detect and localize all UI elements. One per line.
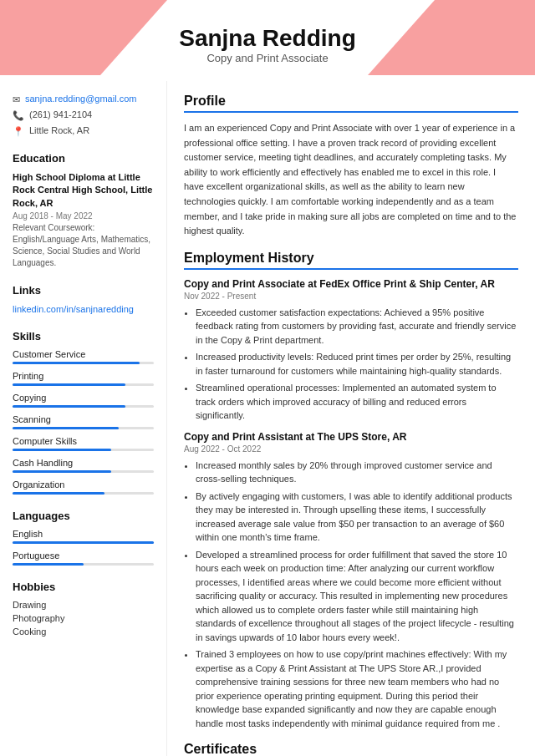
skill-bar-fill: [13, 383, 125, 386]
skill-bar-bg: [13, 427, 154, 429]
job-title: Copy and Print Assistant at The UPS Stor…: [184, 431, 518, 443]
location-icon: 📍: [13, 126, 24, 137]
profile-text: I am an experienced Copy and Print Assoc…: [184, 121, 518, 239]
lang-label: English: [13, 529, 154, 539]
skill-bar-bg: [13, 405, 154, 408]
job-date: Aug 2022 - Oct 2022: [184, 444, 518, 454]
email-item: ✉ sanjna.redding@gmail.com: [13, 94, 154, 105]
main-content: Profile I am an experienced Copy and Pri…: [167, 81, 535, 756]
languages-container: English Portuguese: [13, 529, 154, 566]
hobbies-container: DrawingPhotographyCooking: [13, 600, 154, 637]
skills-section: Skills Customer Service Printing Copying…: [13, 330, 154, 495]
phone-icon: 📞: [13, 110, 24, 121]
education-section: Education High School Diploma at Little …: [13, 152, 154, 269]
contact-section: ✉ sanjna.redding@gmail.com 📞 (261) 941-2…: [13, 94, 154, 137]
header: Sanjna Redding Copy and Print Associate: [0, 0, 535, 81]
skill-item: Customer Service: [13, 349, 154, 364]
bullet: Streamlined operational processes: Imple…: [196, 381, 518, 423]
hobby-item: Photography: [13, 613, 154, 623]
location-text: Little Rock, AR: [29, 125, 89, 135]
linkedin-link[interactable]: linkedin.com/in/sanjnaredding: [13, 304, 134, 314]
links-section: Links linkedin.com/in/sanjnaredding: [13, 284, 154, 315]
skill-label: Customer Service: [13, 349, 154, 359]
candidate-name: Sanjna Redding: [17, 25, 518, 52]
job-title: Copy and Print Associate at FedEx Office…: [184, 278, 518, 290]
coursework-label: Relevant Coursework:: [13, 223, 94, 232]
job-entry: Copy and Print Assistant at The UPS Stor…: [184, 431, 518, 731]
phone-text: (261) 941-2104: [29, 109, 92, 119]
skill-item: Cash Handling: [13, 458, 154, 473]
skill-label: Copying: [13, 393, 154, 403]
hobby-item: Cooking: [13, 627, 154, 637]
hobbies-section: Hobbies DrawingPhotographyCooking: [13, 581, 154, 637]
skill-bar-bg: [13, 383, 154, 386]
skills-container: Customer Service Printing Copying Scanni…: [13, 349, 154, 495]
email-link[interactable]: sanjna.redding@gmail.com: [25, 94, 136, 104]
skill-bar-bg: [13, 470, 154, 473]
skill-item: Computer Skills: [13, 436, 154, 451]
bullet: Increased monthly sales by 20% through i…: [196, 459, 518, 486]
hobby-item: Drawing: [13, 600, 154, 610]
candidate-title: Copy and Print Associate: [17, 52, 518, 64]
hobbies-title: Hobbies: [13, 581, 154, 593]
lang-label: Portuguese: [13, 551, 154, 561]
jobs-container: Copy and Print Associate at FedEx Office…: [184, 278, 518, 731]
skill-bar-bg: [13, 362, 154, 364]
skill-bar-fill: [13, 362, 140, 364]
skills-title: Skills: [13, 330, 154, 342]
job-date: Nov 2022 - Present: [184, 292, 518, 301]
skill-item: Copying: [13, 393, 154, 408]
lang-item: English: [13, 529, 154, 544]
links-title: Links: [13, 284, 154, 297]
employment-section-title: Employment History: [184, 251, 518, 270]
skill-label: Printing: [13, 371, 154, 381]
profile-section-title: Profile: [184, 94, 518, 113]
location-item: 📍 Little Rock, AR: [13, 125, 154, 137]
job-bullets: Increased monthly sales by 20% through i…: [184, 459, 518, 731]
job-bullets: Exceeded customer satisfaction expectati…: [184, 306, 518, 423]
lang-item: Portuguese: [13, 551, 154, 566]
edu-school: High School Diploma at Little Rock Centr…: [13, 171, 154, 210]
bullet: Developed a streamlined process for orde…: [196, 548, 518, 645]
certificates-section-title: Certificates: [184, 742, 518, 756]
languages-section: Languages English Portuguese: [13, 510, 154, 566]
skill-bar-fill: [13, 427, 119, 429]
languages-title: Languages: [13, 510, 154, 522]
skill-item: Organization: [13, 479, 154, 495]
skill-bar-fill: [13, 405, 125, 408]
lang-bar-bg: [13, 563, 154, 566]
skill-label: Cash Handling: [13, 458, 154, 468]
body-layout: ✉ sanjna.redding@gmail.com 📞 (261) 941-2…: [0, 81, 535, 756]
sidebar: ✉ sanjna.redding@gmail.com 📞 (261) 941-2…: [0, 81, 167, 756]
bullet: By actively engaging with customers, I w…: [196, 490, 518, 545]
skill-item: Scanning: [13, 414, 154, 429]
bullet: Increased productivity levels: Reduced p…: [196, 350, 518, 378]
skill-bar-fill: [13, 492, 104, 495]
skill-bar-bg: [13, 449, 154, 451]
job-entry: Copy and Print Associate at FedEx Office…: [184, 278, 518, 423]
skill-label: Organization: [13, 479, 154, 490]
phone-item: 📞 (261) 941-2104: [13, 109, 154, 121]
skill-label: Scanning: [13, 414, 154, 424]
bullet: Exceeded customer satisfaction expectati…: [196, 306, 518, 348]
edu-coursework: Relevant Coursework: English/Language Ar…: [13, 222, 154, 269]
lang-bar-fill: [13, 541, 154, 544]
lang-bar-bg: [13, 541, 154, 544]
skill-label: Computer Skills: [13, 436, 154, 446]
linkedin-item: linkedin.com/in/sanjnaredding: [13, 303, 154, 315]
skill-item: Printing: [13, 371, 154, 386]
skill-bar-fill: [13, 449, 111, 451]
education-title: Education: [13, 152, 154, 165]
lang-bar-fill: [13, 563, 84, 566]
skill-bar-fill: [13, 470, 111, 473]
email-icon: ✉: [13, 94, 20, 105]
coursework-text: English/Language Arts, Mathematics, Scie…: [13, 235, 150, 267]
skill-bar-bg: [13, 492, 154, 495]
bullet: Trained 3 employees on how to use copy/p…: [196, 647, 518, 730]
edu-date: Aug 2018 - May 2022: [13, 211, 154, 221]
